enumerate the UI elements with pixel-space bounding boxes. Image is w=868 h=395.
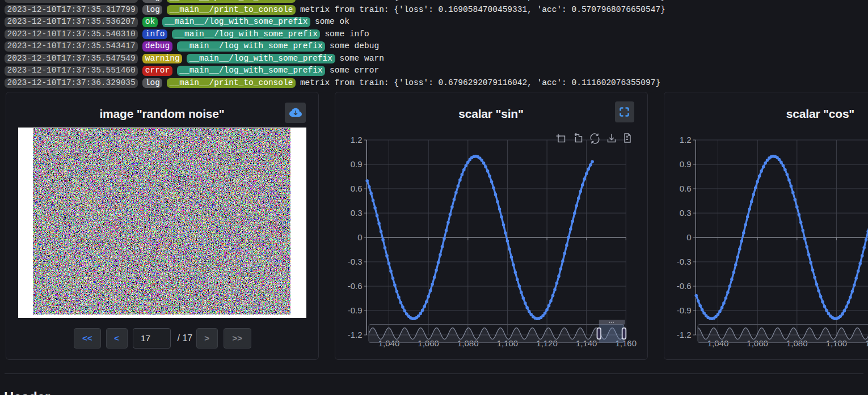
svg-text:1.2: 1.2 — [680, 135, 692, 145]
svg-text:0: 0 — [686, 232, 691, 242]
svg-text:0.3: 0.3 — [350, 208, 362, 218]
svg-text:-0.9: -0.9 — [677, 305, 692, 315]
svg-text:-0.3: -0.3 — [347, 257, 362, 266]
svg-text:-0.9: -0.9 — [347, 305, 362, 315]
svg-text:-0.3: -0.3 — [677, 257, 692, 266]
svg-text:-1.2: -1.2 — [347, 330, 362, 339]
svg-text:0.9: 0.9 — [350, 159, 362, 169]
svg-text:-0.6: -0.6 — [347, 281, 362, 291]
svg-text:0.6: 0.6 — [680, 184, 692, 193]
svg-text:0.9: 0.9 — [680, 159, 692, 169]
svg-text:0: 0 — [357, 232, 362, 242]
svg-text:-0.6: -0.6 — [677, 281, 692, 291]
svg-text:1.2: 1.2 — [350, 135, 362, 145]
svg-text:0.6: 0.6 — [350, 184, 362, 193]
svg-text:0.3: 0.3 — [680, 208, 692, 218]
svg-text:-1.2: -1.2 — [677, 330, 692, 339]
